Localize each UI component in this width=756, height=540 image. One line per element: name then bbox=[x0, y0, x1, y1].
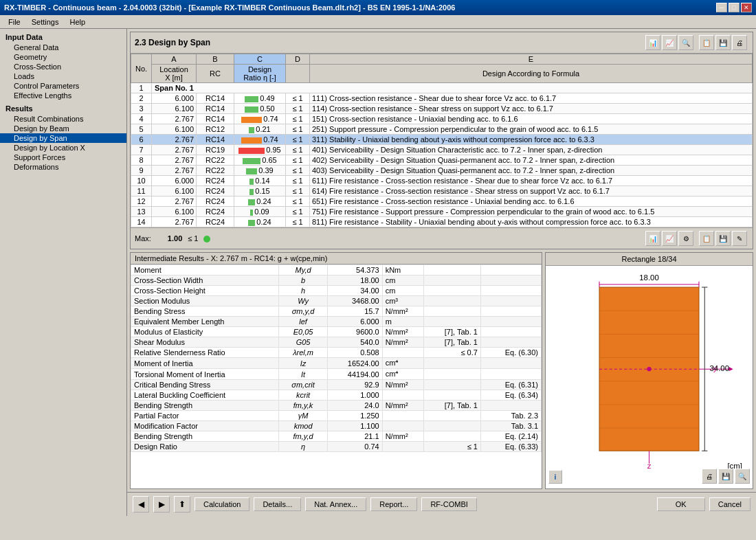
int-row-name: Section Modulus bbox=[131, 296, 279, 306]
max-row-icons: 📊 📈 ⚙ 📋 💾 ✎ bbox=[644, 229, 748, 247]
main-layout: Input Data General Data Geometry Cross-S… bbox=[0, 29, 756, 516]
int-row-unit bbox=[382, 390, 424, 401]
row-le: ≤ 1 bbox=[286, 186, 310, 196]
int-row-extra bbox=[480, 296, 541, 306]
int-row-extra bbox=[480, 306, 541, 317]
toolbar-icon-3[interactable]: 🔍 bbox=[678, 35, 693, 50]
diagram-svg: 18.00 bbox=[546, 266, 753, 486]
int-row-name: Lateral Buckling Coefficient bbox=[131, 390, 279, 401]
sidebar: Input Data General Data Geometry Cross-S… bbox=[0, 29, 127, 516]
int-row-value: 21.1 bbox=[328, 431, 382, 442]
sidebar-item-design-by-location[interactable]: Design by Location X bbox=[0, 143, 126, 153]
nat-annex-button[interactable]: Nat. Annex... bbox=[305, 497, 366, 511]
diagram-panel: Rectangle 18/34 18.00 bbox=[545, 252, 753, 489]
menu-file[interactable]: File bbox=[3, 16, 26, 27]
int-row-extra: Eq. (6.34) bbox=[480, 390, 541, 401]
row-le: ≤ 1 bbox=[286, 93, 310, 104]
row-x: 2.767 bbox=[152, 217, 197, 227]
int-row-name: Cross-Section Height bbox=[131, 286, 279, 296]
sidebar-item-result-combinations[interactable]: Result Combinations bbox=[0, 114, 126, 124]
int-row-ref bbox=[424, 265, 481, 275]
cancel-button[interactable]: Cancel bbox=[709, 497, 751, 511]
toolbar-icon-1[interactable]: 📊 bbox=[645, 35, 660, 50]
ok-button[interactable]: OK bbox=[657, 497, 705, 511]
sidebar-item-loads[interactable]: Loads bbox=[0, 71, 126, 81]
diagram-btn-3[interactable]: 🔍 bbox=[735, 469, 750, 484]
sidebar-item-control-parameters[interactable]: Control Parameters bbox=[0, 81, 126, 91]
minimize-button[interactable]: ─ bbox=[716, 3, 727, 12]
report-button[interactable]: Report... bbox=[370, 497, 417, 511]
table-row[interactable]: 9 2.767 RC22 0.39 ≤ 1 403) Serviceabilit… bbox=[131, 166, 753, 176]
title-text: RX-TIMBER - Continuous beam - 2.04.0003 … bbox=[4, 3, 455, 12]
sidebar-item-design-by-beam[interactable]: Design by Beam bbox=[0, 124, 126, 133]
table-row[interactable]: 10 6.000 RC24 0.14 ≤ 1 611) Fire resista… bbox=[131, 176, 753, 186]
row-no: 14 bbox=[131, 217, 152, 227]
sidebar-item-general-data[interactable]: General Data bbox=[0, 43, 126, 52]
max-icon-2[interactable]: 📈 bbox=[662, 231, 677, 246]
int-row-name: Cross-Section Width bbox=[131, 275, 279, 286]
int-row-name: Design Ratio bbox=[131, 442, 279, 452]
diagram-title: Rectangle 18/34 bbox=[546, 253, 753, 266]
int-row-value: 18.00 bbox=[328, 275, 382, 286]
table-row[interactable]: 12 2.767 RC24 0.24 ≤ 1 651) Fire resista… bbox=[131, 196, 753, 207]
row-no: 2 bbox=[131, 93, 152, 104]
max-icon-1[interactable]: 📊 bbox=[645, 231, 660, 246]
int-row-unit bbox=[382, 421, 424, 431]
toolbar-icon-4[interactable]: 📋 bbox=[699, 35, 714, 50]
sidebar-item-design-by-span[interactable]: Design by Span bbox=[0, 133, 126, 143]
int-row-ref bbox=[424, 369, 481, 380]
table-row[interactable]: 5 6.100 RC12 0.21 ≤ 1 251) Support press… bbox=[131, 124, 753, 135]
table-row[interactable]: 13 6.100 RC24 0.09 ≤ 1 751) Fire resista… bbox=[131, 207, 753, 217]
row-rc: RC12 bbox=[197, 124, 234, 135]
sidebar-item-support-forces[interactable]: Support Forces bbox=[0, 153, 126, 162]
table-row[interactable]: 7 2.767 RC19 0.95 ≤ 1 401) Serviceabilit… bbox=[131, 145, 753, 155]
row-le: ≤ 1 bbox=[286, 145, 310, 155]
max-icon-6[interactable]: ✎ bbox=[732, 231, 747, 246]
nav-fwd-btn[interactable]: ▶ bbox=[153, 496, 170, 513]
table-row[interactable]: 1 Span No. 1 bbox=[131, 83, 753, 93]
intermediate-row: Relative Slenderness Ratio λrel,m 0.508 … bbox=[131, 348, 542, 358]
close-button[interactable]: ✕ bbox=[741, 3, 752, 12]
table-row[interactable]: 8 2.767 RC22 0.65 ≤ 1 402) Serviceabilit… bbox=[131, 155, 753, 166]
row-ratio: 0.24 bbox=[234, 196, 286, 207]
nav-up-btn[interactable]: ⬆ bbox=[174, 496, 190, 513]
sidebar-item-effective-lengths[interactable]: Effective Lengths bbox=[0, 91, 126, 100]
menu-help[interactable]: Help bbox=[64, 16, 91, 27]
toolbar-icon-5[interactable]: 💾 bbox=[715, 35, 731, 50]
info-button[interactable]: i bbox=[548, 470, 562, 484]
sidebar-item-cross-section[interactable]: Cross-Section bbox=[0, 62, 126, 71]
sidebar-item-geometry[interactable]: Geometry bbox=[0, 52, 126, 62]
toolbar-icon-2[interactable]: 📈 bbox=[662, 35, 677, 50]
row-formula: 403) Serviceability - Design Situation Q… bbox=[310, 166, 753, 176]
calculation-button[interactable]: Calculation bbox=[194, 497, 249, 511]
col-sub-formula: Design According to Formula bbox=[310, 65, 753, 83]
table-row[interactable]: 3 6.100 RC14 0.50 ≤ 1 114) Cross-section… bbox=[131, 104, 753, 114]
sidebar-item-deformations[interactable]: Deformations bbox=[0, 162, 126, 172]
table-row[interactable]: 2 6.000 RC14 0.49 ≤ 1 111) Cross-section… bbox=[131, 93, 753, 104]
rf-combi-button[interactable]: RF-COMBI bbox=[421, 497, 476, 511]
int-row-unit: cm bbox=[382, 275, 424, 286]
int-row-extra bbox=[480, 369, 541, 380]
nav-back-btn[interactable]: ◀ bbox=[133, 496, 149, 513]
table-row[interactable]: 6 2.767 RC14 0.74 ≤ 1 311) Stability - U… bbox=[131, 135, 753, 145]
row-no: 11 bbox=[131, 186, 152, 196]
row-no: 4 bbox=[131, 114, 152, 124]
menu-settings[interactable]: Settings bbox=[26, 16, 65, 27]
max-icon-4[interactable]: 📋 bbox=[699, 231, 714, 246]
diagram-btn-1[interactable]: 🖨 bbox=[702, 469, 717, 484]
int-row-ref bbox=[424, 411, 481, 421]
diagram-btn-2[interactable]: 💾 bbox=[718, 469, 733, 484]
intermediate-row: Modification Factor kmod 1.100 Tab. 3.1 bbox=[131, 421, 542, 431]
row-le: ≤ 1 bbox=[286, 114, 310, 124]
design-by-span-panel: 2.3 Design by Span 📊 📈 🔍 📋 💾 🖨 bbox=[130, 32, 753, 249]
max-icon-5[interactable]: 💾 bbox=[715, 231, 731, 246]
toolbar-icon-6[interactable]: 🖨 bbox=[732, 35, 747, 50]
row-ratio: 0.74 bbox=[234, 114, 286, 124]
table-row[interactable]: 4 2.767 RC14 0.74 ≤ 1 151) Cross-section… bbox=[131, 114, 753, 124]
details-button[interactable]: Details... bbox=[254, 497, 301, 511]
max-icon-3[interactable]: ⚙ bbox=[678, 231, 693, 246]
table-row[interactable]: 11 6.100 RC24 0.15 ≤ 1 614) Fire resista… bbox=[131, 186, 753, 196]
table-row[interactable]: 14 2.767 RC24 0.24 ≤ 1 811) Fire resista… bbox=[131, 217, 753, 227]
maximize-button[interactable]: □ bbox=[729, 3, 740, 12]
intermediate-scroll[interactable]: Moment My,d 54.373 kNm Cross-Section Wid… bbox=[131, 265, 542, 488]
